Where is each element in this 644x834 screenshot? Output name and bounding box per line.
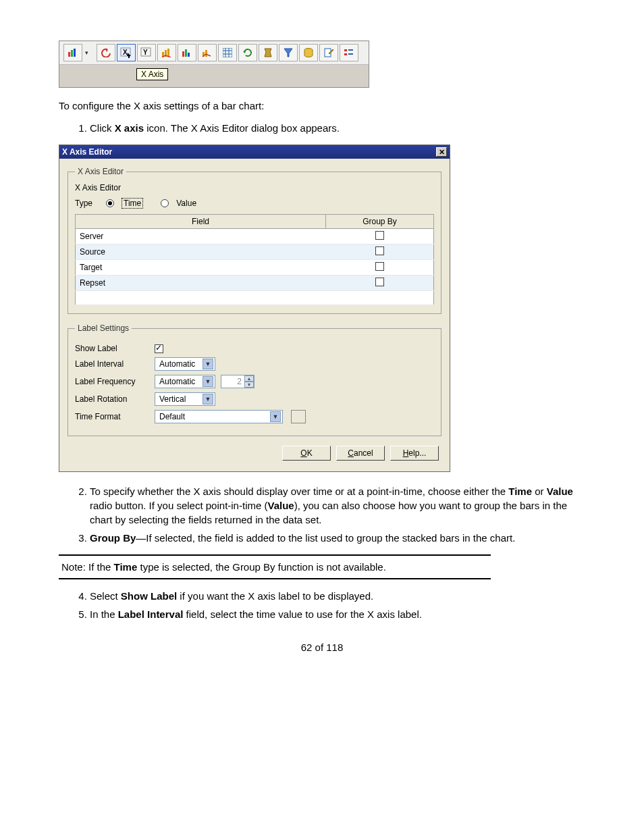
svg-text:X: X	[123, 49, 128, 56]
label-frequency-label: Label Frequency	[75, 377, 149, 386]
label-interval-select[interactable]: Automatic ▼	[155, 357, 215, 371]
svg-rect-11	[185, 49, 187, 57]
table-row: Source	[76, 244, 434, 260]
svg-rect-9	[167, 49, 169, 57]
show-label-label: Show Label	[75, 344, 149, 353]
note-block: Note: If the Time type is selected, the …	[59, 554, 491, 579]
refresh-button[interactable]	[238, 44, 257, 61]
groupby-checkbox[interactable]	[375, 262, 384, 271]
svg-rect-22	[344, 49, 347, 51]
filter-button[interactable]	[279, 44, 298, 61]
x-axis-button[interactable]: X	[117, 44, 136, 61]
table-row-empty	[76, 291, 434, 305]
col-field: Field	[76, 215, 326, 229]
label-rotation-label: Label Rotation	[75, 394, 149, 404]
time-button[interactable]	[259, 44, 277, 61]
step-1: Click X axis icon. The X Axis Editor dia…	[90, 121, 585, 135]
show-label-checkbox[interactable]	[155, 344, 163, 353]
svg-rect-12	[188, 53, 190, 57]
step-3: Group By—If selected, the field is added…	[90, 531, 585, 545]
time-format-label: Time Format	[75, 412, 149, 421]
cancel-button[interactable]: Cancel	[336, 446, 385, 461]
dropdown-arrow-icon[interactable]: ▾	[84, 49, 90, 56]
toolbar-row: ▾ X Y	[59, 41, 369, 65]
legend-button[interactable]	[340, 44, 358, 61]
table-row: Target	[76, 260, 434, 276]
close-icon[interactable]: ✕	[436, 147, 447, 157]
label-frequency-spinner[interactable]: 2 ▲ ▼	[221, 375, 254, 388]
svg-rect-14	[205, 50, 207, 57]
label-rotation-select[interactable]: Vertical ▼	[155, 392, 215, 406]
series-button[interactable]	[198, 44, 217, 61]
toolbar-figure: ▾ X Y	[59, 41, 369, 88]
time-format-apply-button[interactable]	[291, 410, 306, 423]
step-5: In the Label Interval field, select the …	[90, 607, 585, 621]
spin-up-icon[interactable]: ▲	[244, 375, 254, 382]
edit-button[interactable]	[319, 44, 338, 61]
colors-button[interactable]	[178, 44, 196, 61]
dialog-title: X Axis Editor	[62, 147, 112, 157]
svg-rect-23	[344, 53, 347, 55]
x-axis-editor-dialog: X Axis Editor ✕ X Axis Editor X Axis Edi…	[59, 145, 450, 472]
chevron-down-icon: ▼	[270, 411, 281, 422]
label-interval-label: Label Interval	[75, 359, 149, 369]
radio-value-label[interactable]: Value	[176, 199, 196, 208]
table-row: Server	[76, 229, 434, 244]
svg-text:Y: Y	[143, 49, 148, 56]
label-settings-group: Label Settings Show Label Label Interval…	[68, 323, 441, 436]
svg-rect-1	[71, 50, 73, 57]
groupby-checkbox[interactable]	[375, 246, 384, 255]
ok-button[interactable]: OK	[282, 446, 331, 461]
grid-button[interactable]	[218, 44, 237, 61]
step-4: Select Show Label if you want the X axis…	[90, 589, 585, 603]
chart-type-button[interactable]	[63, 44, 82, 61]
groupby-checkbox[interactable]	[375, 231, 384, 240]
tooltip-xaxis: X Axis	[136, 68, 168, 80]
chevron-down-icon: ▼	[203, 376, 213, 387]
radio-time-label[interactable]: Time	[122, 198, 143, 209]
step-2: To specify whether the X axis should dis…	[90, 484, 585, 527]
y-axis-button[interactable]: Y	[137, 44, 156, 61]
field-table: Field Group By Server Source	[75, 214, 434, 305]
radio-time[interactable]	[106, 199, 114, 207]
page-footer: 62 of 118	[59, 642, 585, 653]
time-format-select[interactable]: Default ▼	[155, 410, 283, 423]
chevron-down-icon: ▼	[203, 359, 213, 369]
database-button[interactable]	[299, 44, 318, 61]
svg-rect-15	[223, 48, 232, 57]
group2-legend: Label Settings	[75, 323, 132, 333]
data-button[interactable]	[157, 44, 176, 61]
type-label: Type	[75, 199, 92, 208]
label-frequency-select[interactable]: Automatic ▼	[155, 375, 215, 388]
undo-button[interactable]	[97, 44, 115, 61]
svg-rect-0	[68, 52, 70, 57]
col-groupby: Group By	[326, 215, 434, 229]
subtitle: X Axis Editor	[75, 183, 434, 192]
spin-down-icon[interactable]: ▼	[244, 382, 254, 388]
dialog-titlebar: X Axis Editor ✕	[59, 145, 450, 159]
svg-rect-10	[182, 51, 184, 57]
radio-value[interactable]	[161, 199, 169, 207]
chevron-down-icon: ▼	[203, 394, 213, 405]
table-row: Repset	[76, 276, 434, 291]
x-axis-editor-group: X Axis Editor X Axis Editor Type Time Va…	[68, 167, 441, 314]
groupby-checkbox[interactable]	[375, 278, 384, 286]
help-button[interactable]: Help...	[390, 446, 439, 461]
svg-rect-2	[74, 49, 76, 57]
group1-legend: X Axis Editor	[75, 167, 126, 176]
intro-text: To configure the X axis settings of a ba…	[59, 100, 585, 111]
